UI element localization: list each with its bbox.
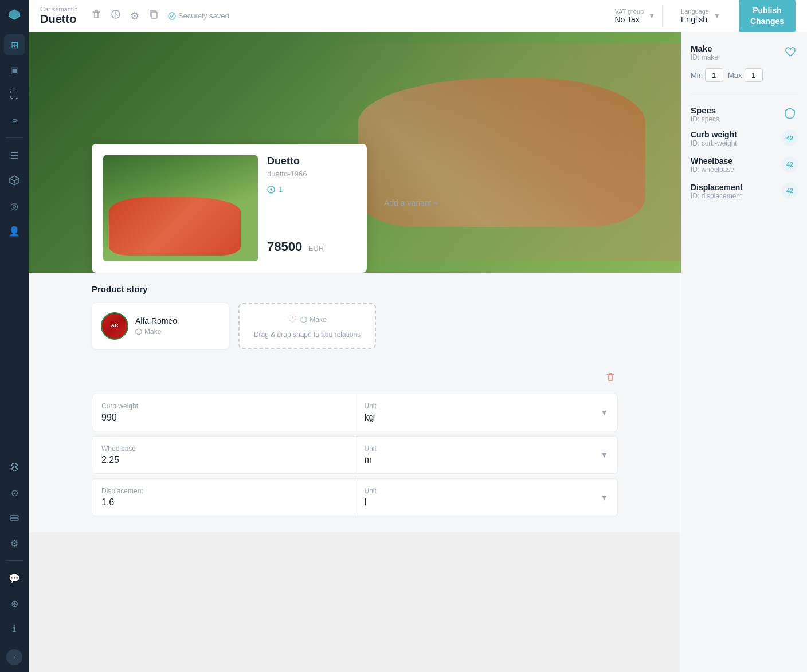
- sidebar-logo: [5, 7, 23, 25]
- product-variants: 1: [267, 185, 355, 194]
- semantic-label: Car semantic: [40, 6, 77, 13]
- sidebar-item-bubbles[interactable]: ⊙: [4, 482, 25, 503]
- language-chevron-icon: ▼: [714, 12, 720, 20]
- specs-actions: [92, 370, 618, 389]
- specs-section: Curb weight 990 Unit kg ▼ Wheelbase: [29, 370, 681, 532]
- alfa-romeo-card: AR Alfa Romeo Make: [92, 303, 229, 349]
- svg-rect-1: [10, 516, 18, 517]
- sidebar-item-user[interactable]: 👤: [4, 221, 25, 241]
- save-status: Securely saved: [168, 11, 229, 20]
- topbar: Car semantic Duetto ⚙ Securely saved VAT…: [29, 0, 807, 32]
- svg-rect-4: [151, 12, 157, 18]
- drop-zone-make: Make: [300, 316, 326, 324]
- vat-chevron-icon: ▼: [648, 12, 655, 20]
- right-field-displacement: Displacement ID: displacement 42: [691, 183, 798, 200]
- sidebar-bottom: ⛓ ⊙ ⚙ 💬 ⊛ ℹ ›: [4, 457, 25, 665]
- displacement-type-icon: 42: [782, 183, 798, 199]
- wheelbase-unit[interactable]: Unit m ▼: [355, 437, 618, 473]
- product-info: Duetto duetto-1966 1 78500 EUR: [267, 155, 355, 261]
- delete-icon[interactable]: [91, 9, 101, 22]
- displacement-unit[interactable]: Unit l ▼: [355, 479, 618, 516]
- copy-icon[interactable]: [148, 9, 159, 22]
- publish-button[interactable]: Publish Changes: [739, 0, 796, 32]
- alfa-romeo-logo: AR: [101, 312, 128, 340]
- sidebar-item-info[interactable]: ℹ: [4, 618, 25, 639]
- story-card-info: Alfa Romeo Make: [135, 316, 177, 336]
- unit-chevron-icon-2: ▼: [600, 450, 608, 459]
- story-drop-zone[interactable]: ♡ Make Drag & drop shape to add relation…: [238, 303, 376, 349]
- language-group: Language English: [681, 8, 709, 24]
- add-variant-button[interactable]: Add a variant +: [384, 198, 438, 207]
- curb-weight-unit[interactable]: Unit kg ▼: [355, 394, 618, 431]
- main-content: Car semantic Duetto ⚙ Securely saved VAT…: [29, 0, 807, 672]
- language-selector[interactable]: Language English ▼: [672, 5, 730, 27]
- spec-row-wheelbase: Wheelbase 2.25 Unit m ▼: [92, 436, 618, 474]
- sidebar-divider-1: [6, 137, 23, 138]
- right-make-section: Make ID: make Min Max: [691, 44, 798, 82]
- story-row: AR Alfa Romeo Make ♡: [92, 303, 618, 349]
- product-image: [103, 155, 258, 261]
- right-panel: Make ID: make Min Max: [681, 32, 807, 672]
- curb-weight-info: Curb weight ID: curb-weight: [691, 130, 782, 147]
- displacement-info: Displacement ID: displacement: [691, 183, 782, 200]
- vat-group: VAT group No Tax: [614, 8, 644, 24]
- wheelbase-info: Wheelbase ID: wheelbase: [691, 156, 782, 174]
- center-panel: Duetto duetto-1966 1 78500 EUR Add a var…: [29, 32, 681, 672]
- sidebar-item-api[interactable]: ⊛: [4, 593, 25, 614]
- make-id: ID: make: [691, 53, 718, 61]
- displacement-field: Displacement 1.6: [92, 479, 355, 516]
- right-field-wheelbase: Wheelbase ID: wheelbase 42: [691, 156, 798, 174]
- car-field-background: [103, 155, 258, 261]
- spec-row-displacement: Displacement 1.6 Unit l ▼: [92, 478, 618, 516]
- drop-zone-hint: ♡ Make: [288, 313, 326, 326]
- drop-zone-text: Drag & drop shape to add relations: [254, 331, 361, 339]
- product-sku: duetto-1966: [267, 170, 355, 178]
- right-field-curb-weight: Curb weight ID: curb-weight 42: [691, 130, 798, 147]
- brand-name: Alfa Romeo: [135, 316, 177, 325]
- min-max-row: Min Max: [691, 68, 798, 82]
- right-divider-1: [691, 96, 798, 96]
- topbar-icons: ⚙: [91, 9, 159, 22]
- max-input[interactable]: [745, 68, 763, 82]
- unit-chevron-icon-3: ▼: [600, 493, 608, 502]
- min-input[interactable]: [705, 68, 723, 82]
- topbar-semantic: Car semantic Duetto: [40, 6, 77, 26]
- right-specs-section: Specs ID: specs Curb weight ID: curb-wei…: [691, 105, 798, 200]
- sidebar-item-users[interactable]: ⚭: [4, 110, 25, 131]
- sidebar-item-box[interactable]: [4, 170, 25, 191]
- specs-shield-icon: [782, 105, 798, 121]
- unit-chevron-icon: ▼: [600, 408, 608, 417]
- vat-selector[interactable]: VAT group No Tax ▼: [608, 5, 663, 27]
- max-item: Max: [728, 68, 763, 82]
- hero-section: Duetto duetto-1966 1 78500 EUR Add a var…: [29, 32, 681, 273]
- sidebar-item-chat[interactable]: 💬: [4, 568, 25, 588]
- sidebar-item-settings[interactable]: ⚙: [4, 533, 25, 553]
- history-icon[interactable]: [111, 9, 121, 22]
- sidebar-item-layers[interactable]: [4, 508, 25, 528]
- product-story-title: Product story: [92, 284, 618, 294]
- curb-weight-field: Curb weight 990: [92, 394, 355, 431]
- hero-car-right: [322, 44, 681, 261]
- specs-delete-button[interactable]: [92, 370, 618, 384]
- specs-id: ID: specs: [691, 115, 719, 123]
- wheelbase-field: Wheelbase 2.25: [92, 437, 355, 473]
- sidebar-divider-2: [6, 560, 23, 561]
- make-section-header: Make ID: make: [691, 44, 798, 61]
- curb-weight-type-icon: 42: [782, 130, 798, 146]
- sidebar-item-list[interactable]: ☰: [4, 145, 25, 166]
- specs-section-header: Specs ID: specs: [691, 105, 798, 123]
- product-story-section: Product story AR Alfa Romeo Make: [29, 273, 681, 370]
- sidebar-item-network[interactable]: ⛶: [4, 85, 25, 105]
- product-card: Duetto duetto-1966 1 78500 EUR: [92, 144, 367, 273]
- page-title: Duetto: [40, 13, 77, 26]
- svg-point-5: [169, 13, 175, 19]
- make-title: Make: [691, 44, 718, 53]
- sidebar-toggle[interactable]: ›: [6, 649, 22, 665]
- sidebar-item-globe[interactable]: ◎: [4, 195, 25, 216]
- sidebar-item-grid[interactable]: ⊞: [4, 34, 25, 55]
- sidebar-item-page[interactable]: ▣: [4, 60, 25, 80]
- sidebar-item-link[interactable]: ⛓: [4, 457, 25, 478]
- content-area: Duetto duetto-1966 1 78500 EUR Add a var…: [29, 32, 807, 672]
- settings-icon[interactable]: ⚙: [130, 10, 139, 22]
- heart-icon: ♡: [288, 313, 297, 326]
